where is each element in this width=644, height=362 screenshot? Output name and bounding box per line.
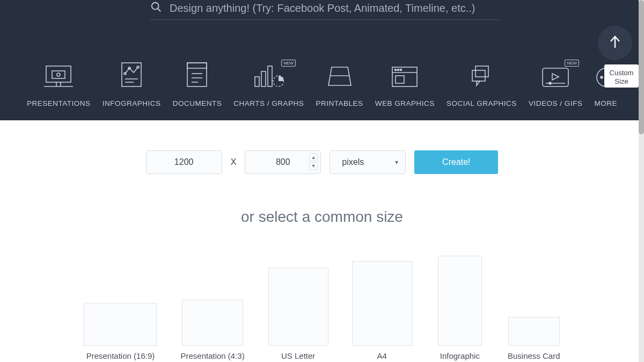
- svg-point-28: [398, 69, 399, 71]
- size-thumbnail: [352, 261, 412, 346]
- size-option[interactable]: A48.27 × 11.69 in: [352, 261, 412, 362]
- category-label: INFOGRAPHICS: [103, 99, 161, 107]
- category-infographics[interactable]: INFOGRAPHICS: [103, 62, 161, 107]
- size-name: Presentation (16:9): [86, 351, 155, 360]
- svg-rect-14: [187, 63, 207, 86]
- video-icon: NEW: [541, 62, 569, 88]
- size-thumbnail: [508, 317, 560, 346]
- category-charts[interactable]: NEW CHARTS / GRAPHS: [233, 62, 304, 107]
- svg-point-29: [400, 69, 402, 71]
- size-option[interactable]: Infographic800 X 2000 px: [436, 256, 484, 362]
- svg-rect-3: [52, 71, 65, 78]
- svg-point-4: [57, 73, 60, 76]
- unit-select[interactable]: [330, 150, 406, 174]
- or-common-size-title: or select a common size: [0, 208, 644, 226]
- svg-marker-33: [477, 81, 480, 85]
- presentations-icon: [44, 62, 73, 88]
- svg-rect-31: [475, 66, 488, 77]
- search-input[interactable]: [170, 2, 499, 15]
- category-row: PRESENTATIONS INFOGRAPHICS: [0, 62, 644, 107]
- size-option[interactable]: Business Card3.5 X 2 in: [508, 317, 560, 362]
- svg-rect-32: [472, 70, 485, 81]
- stepper-up-icon[interactable]: ▲: [309, 154, 318, 161]
- arrow-up-icon: [609, 35, 621, 51]
- category-videos[interactable]: NEW VIDEOS / GIFS: [529, 62, 582, 107]
- charts-icon: NEW: [254, 62, 284, 88]
- category-printables[interactable]: PRINTABLES: [316, 62, 363, 107]
- category-label: PRESENTATIONS: [27, 99, 91, 107]
- svg-marker-35: [552, 74, 559, 80]
- category-label: PRINTABLES: [316, 99, 363, 107]
- category-documents[interactable]: DOCUMENTS: [173, 62, 222, 107]
- size-thumbnail: [268, 267, 328, 346]
- svg-point-0: [152, 3, 159, 10]
- svg-rect-19: [255, 77, 259, 86]
- size-name: Presentation (4:3): [180, 351, 244, 360]
- svg-rect-20: [261, 71, 266, 86]
- svg-rect-34: [543, 68, 568, 86]
- category-social-graphics[interactable]: SOCIAL GRAPHICS: [447, 62, 517, 107]
- create-button[interactable]: Create!: [414, 150, 498, 174]
- dimensions-row: X ▲ ▼ ▾ Create!: [0, 150, 644, 174]
- width-input[interactable]: [146, 150, 222, 174]
- category-label: VIDEOS / GIFS: [529, 99, 582, 107]
- new-badge: NEW: [565, 60, 579, 67]
- social-icon: [469, 62, 494, 88]
- svg-rect-15: [187, 63, 207, 68]
- size-option[interactable]: US Letter8.5 X 11 in: [268, 267, 328, 362]
- size-thumbnail: [84, 303, 157, 346]
- size-name: US Letter: [281, 351, 315, 360]
- search-icon: [150, 1, 162, 15]
- category-web-graphics[interactable]: WEB GRAPHICS: [375, 62, 435, 107]
- category-label: WEB GRAPHICS: [375, 99, 435, 107]
- category-label: CHARTS / GRAPHS: [233, 99, 304, 107]
- category-label: SOCIAL GRAPHICS: [447, 99, 517, 107]
- common-sizes-row: Presentation (16:9)1368 X 768 pxPresenta…: [0, 256, 644, 362]
- custom-size-tab[interactable]: Custom Size: [604, 64, 639, 88]
- svg-point-27: [395, 69, 397, 71]
- category-presentations[interactable]: PRESENTATIONS: [27, 62, 91, 107]
- size-thumbnail: [438, 256, 482, 346]
- new-badge: NEW: [281, 60, 296, 67]
- stepper-down-icon[interactable]: ▼: [309, 162, 318, 170]
- scrollbar-thumb[interactable]: [639, 0, 644, 134]
- web-icon: [391, 62, 418, 88]
- header: PRESENTATIONS INFOGRAPHICS: [0, 0, 644, 120]
- svg-point-37: [549, 82, 551, 84]
- height-stepper[interactable]: ▲ ▼: [309, 154, 318, 170]
- custom-size-label: Custom: [606, 69, 636, 77]
- category-label: MORE: [594, 99, 617, 107]
- infographics-icon: [121, 62, 142, 88]
- size-name: Business Card: [508, 351, 560, 360]
- svg-rect-2: [46, 66, 71, 82]
- svg-marker-23: [328, 67, 351, 85]
- printables-icon: [327, 62, 352, 88]
- scrollbar[interactable]: [639, 0, 644, 362]
- custom-size-label: Size: [606, 77, 636, 86]
- dimension-separator: X: [231, 157, 237, 167]
- scroll-to-top-button[interactable]: [598, 26, 632, 60]
- svg-rect-30: [396, 76, 404, 83]
- size-option[interactable]: Presentation (16:9)1368 X 768 px: [84, 303, 157, 362]
- svg-point-39: [601, 76, 603, 78]
- documents-icon: [186, 62, 208, 88]
- svg-rect-21: [268, 66, 272, 86]
- size-name: Infographic: [440, 351, 480, 360]
- svg-line-1: [158, 9, 161, 12]
- size-option[interactable]: Presentation (4:3)800 X 600 px: [180, 300, 244, 362]
- size-thumbnail: [182, 300, 243, 346]
- search-bar[interactable]: [150, 0, 499, 20]
- category-label: DOCUMENTS: [173, 99, 222, 107]
- size-name: A4: [377, 351, 387, 360]
